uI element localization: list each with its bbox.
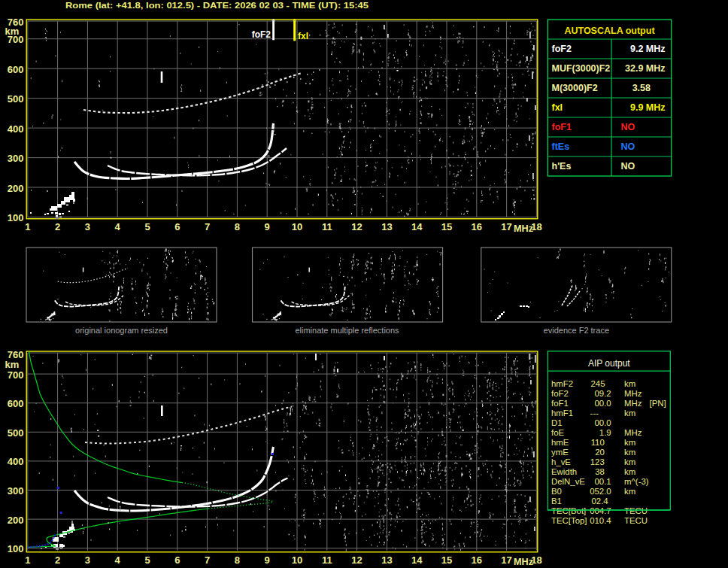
svg-text:D1: D1 — [551, 418, 563, 427]
svg-text:2: 2 — [55, 554, 60, 566]
svg-text:TEC[Bot]: TEC[Bot] — [551, 506, 586, 515]
svg-text:foF2: foF2 — [551, 389, 569, 398]
svg-text:4: 4 — [115, 221, 121, 232]
svg-text:16: 16 — [472, 554, 482, 566]
svg-text:MHz: MHz — [514, 556, 533, 567]
svg-text:11: 11 — [322, 221, 332, 232]
svg-text:5: 5 — [144, 221, 150, 232]
svg-text:hmF2: hmF2 — [551, 379, 573, 388]
svg-text:1: 1 — [25, 554, 30, 566]
svg-text:Rome (lat: +41.8, lon: 012.5): Rome (lat: +41.8, lon: 012.5) - DATE: 20… — [65, 1, 369, 10]
svg-text:13: 13 — [381, 554, 392, 566]
svg-text:km: km — [624, 448, 635, 457]
svg-text:100: 100 — [8, 543, 24, 554]
svg-text:17: 17 — [501, 554, 511, 566]
svg-text:h_vE: h_vE — [551, 457, 571, 466]
svg-text:17: 17 — [501, 221, 511, 232]
svg-text:123: 123 — [590, 457, 605, 466]
svg-text:12: 12 — [351, 221, 362, 232]
svg-text:300: 300 — [8, 153, 24, 164]
svg-text:---: --- — [590, 409, 599, 418]
svg-text:9.2 MHz: 9.2 MHz — [630, 44, 666, 54]
svg-text:M(3000)F2: M(3000)F2 — [552, 83, 598, 93]
svg-text:5: 5 — [144, 554, 150, 566]
svg-text:foF1: foF1 — [551, 399, 569, 408]
svg-text:TECU: TECU — [624, 506, 648, 515]
svg-text:600: 600 — [8, 398, 24, 409]
svg-text:MHz: MHz — [624, 399, 642, 408]
svg-text:3: 3 — [85, 554, 90, 566]
svg-text:3.58: 3.58 — [632, 83, 651, 93]
svg-text:1.9: 1.9 — [599, 428, 611, 437]
svg-text:00.0: 00.0 — [595, 418, 611, 427]
svg-text:B0: B0 — [551, 487, 562, 496]
svg-text:km: km — [624, 438, 635, 447]
svg-text:TEC[Top]: TEC[Top] — [551, 516, 587, 525]
svg-text:AUTOSCALA output: AUTOSCALA output — [564, 26, 655, 36]
svg-text:8: 8 — [235, 554, 240, 566]
svg-text:foF2: foF2 — [552, 44, 572, 54]
svg-text:km: km — [624, 457, 635, 466]
svg-text:6: 6 — [174, 221, 180, 232]
svg-text:13: 13 — [381, 221, 392, 232]
svg-text:evidence F2 trace: evidence F2 trace — [544, 326, 609, 335]
svg-text:200: 200 — [8, 515, 24, 526]
svg-text:km: km — [5, 359, 20, 370]
svg-text:32.9 MHz: 32.9 MHz — [625, 63, 666, 74]
svg-text:200: 200 — [8, 183, 24, 194]
svg-text:foE: foE — [551, 428, 564, 437]
svg-text:15: 15 — [441, 221, 452, 232]
svg-text:6: 6 — [174, 554, 180, 566]
svg-text:38: 38 — [595, 467, 605, 476]
svg-text:004.7: 004.7 — [590, 506, 611, 515]
svg-text:300: 300 — [8, 485, 24, 497]
svg-text:9: 9 — [265, 554, 270, 566]
svg-text:NO: NO — [621, 122, 635, 132]
svg-text:TECU: TECU — [624, 516, 648, 525]
svg-text:10: 10 — [292, 221, 302, 232]
svg-text:052.0: 052.0 — [590, 487, 611, 496]
svg-text:010.4: 010.4 — [590, 516, 611, 525]
svg-text:20: 20 — [595, 448, 605, 457]
svg-text:AIP output: AIP output — [588, 358, 630, 369]
svg-text:02.4: 02.4 — [592, 497, 608, 506]
svg-text:7: 7 — [205, 554, 210, 566]
svg-text:00.1: 00.1 — [595, 477, 611, 486]
svg-text:km: km — [624, 487, 635, 496]
svg-text:9.9 MHz: 9.9 MHz — [630, 102, 666, 113]
svg-text:fxI: fxI — [552, 102, 563, 113]
svg-text:14: 14 — [411, 221, 423, 232]
svg-text:fxI: fxI — [298, 31, 308, 41]
svg-text:11: 11 — [322, 554, 332, 566]
svg-text:1: 1 — [25, 221, 30, 232]
svg-text:12: 12 — [351, 554, 362, 566]
svg-text:14: 14 — [411, 554, 423, 566]
svg-text:eliminate multiple reflections: eliminate multiple reflections — [295, 326, 399, 335]
svg-text:h'Es: h'Es — [552, 161, 572, 172]
svg-text:MHz: MHz — [624, 389, 642, 398]
svg-text:110: 110 — [591, 438, 605, 447]
svg-text:00.0: 00.0 — [595, 399, 611, 408]
svg-text:245: 245 — [590, 379, 605, 388]
svg-text:hmE: hmE — [551, 438, 569, 447]
svg-text:foF2: foF2 — [252, 29, 271, 40]
svg-text:15: 15 — [441, 554, 452, 566]
svg-text:MHz: MHz — [624, 428, 642, 437]
svg-text:m^(-3): m^(-3) — [624, 477, 649, 486]
svg-text:400: 400 — [8, 456, 24, 467]
svg-text:NO: NO — [621, 141, 635, 152]
svg-text:3: 3 — [85, 221, 90, 232]
svg-text:100: 100 — [8, 212, 24, 223]
svg-text:4: 4 — [115, 554, 121, 566]
svg-text:16: 16 — [472, 221, 482, 232]
svg-text:8: 8 — [235, 221, 240, 232]
svg-text:MHz: MHz — [514, 223, 533, 234]
svg-text:[PN]: [PN] — [650, 399, 666, 408]
svg-text:km: km — [5, 26, 20, 37]
svg-text:hmF1: hmF1 — [551, 409, 573, 418]
svg-text:10: 10 — [292, 554, 302, 566]
svg-text:km: km — [624, 467, 635, 476]
svg-text:7: 7 — [205, 221, 210, 232]
svg-text:foF1: foF1 — [552, 122, 572, 132]
svg-text:original ionogram resized: original ionogram resized — [75, 326, 168, 335]
